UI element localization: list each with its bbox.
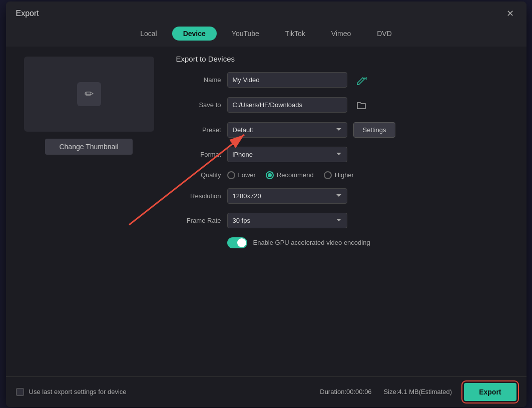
last-settings-label: Use last export settings for device — [29, 388, 127, 395]
tab-device[interactable]: Device — [172, 27, 217, 41]
section-title: Export to Devices — [176, 55, 514, 63]
resolution-row: Resolution 1280x720 1920x1080 3840x2160 … — [176, 188, 514, 204]
resolution-label: Resolution — [176, 192, 221, 200]
quality-lower-radio — [227, 171, 235, 179]
size-info: Size:4.1 MB(Estimated) — [384, 388, 452, 395]
tab-tiktok[interactable]: TikTok — [274, 27, 316, 41]
quality-recommend-label: Recommend — [277, 171, 314, 179]
ai-icon-button[interactable]: AI — [353, 72, 369, 88]
format-select[interactable]: iPhone iPad Android Apple TV — [227, 147, 347, 162]
preset-select[interactable]: Default High Quality Low Quality — [227, 122, 347, 138]
save-to-label: Save to — [176, 101, 221, 109]
svg-text:AI: AI — [364, 77, 367, 80]
footer-left: Use last export settings for device — [16, 388, 127, 396]
quality-higher[interactable]: Higher — [324, 171, 354, 179]
name-label: Name — [176, 76, 221, 84]
left-panel: ✏ Change Thumbnail — [14, 53, 164, 370]
last-settings-checkbox[interactable] — [16, 388, 24, 396]
folder-icon-button[interactable] — [353, 97, 369, 113]
settings-button[interactable]: Settings — [353, 122, 396, 138]
main-content: ✏ Change Thumbnail Export to Devices — [6, 47, 526, 376]
thumbnail-edit-icon: ✏ — [77, 82, 101, 106]
duration-info: Duration:00:00:06 — [320, 388, 371, 395]
footer-right: Duration:00:00:06 Size:4.1 MB(Estimated)… — [320, 383, 516, 401]
name-input[interactable] — [227, 72, 347, 88]
close-button[interactable]: ✕ — [504, 8, 516, 20]
tab-local[interactable]: Local — [129, 27, 168, 41]
quality-options: Lower Recommend Higher — [227, 171, 354, 179]
save-to-row: Save to — [176, 97, 514, 113]
format-row: Format iPhone iPad Android Apple TV — [176, 147, 514, 162]
resolution-select[interactable]: 1280x720 1920x1080 3840x2160 720x480 — [227, 188, 347, 204]
name-row: Name AI — [176, 72, 514, 88]
frame-rate-row: Frame Rate 30 fps 24 fps 60 fps 25 fps — [176, 213, 514, 228]
quality-lower[interactable]: Lower — [227, 171, 256, 179]
folder-icon — [356, 101, 366, 110]
export-button[interactable]: Export — [464, 383, 516, 401]
tab-vimeo[interactable]: Vimeo — [320, 27, 362, 41]
toggle-knob — [237, 238, 246, 247]
quality-lower-label: Lower — [238, 171, 256, 179]
quality-recommend-inner — [268, 173, 272, 177]
tabs-bar: Local Device YouTube TikTok Vimeo DVD — [6, 24, 526, 47]
right-panel: Export to Devices Name AI Save to — [172, 53, 518, 370]
title-bar: Export ✕ — [6, 2, 526, 24]
dialog-title: Export — [16, 9, 39, 18]
gpu-toggle[interactable] — [227, 237, 247, 248]
frame-rate-label: Frame Rate — [176, 217, 221, 224]
quality-recommend-radio — [266, 171, 274, 179]
quality-higher-label: Higher — [335, 171, 354, 179]
frame-rate-select[interactable]: 30 fps 24 fps 60 fps 25 fps — [227, 213, 347, 228]
quality-label: Quality — [176, 171, 221, 179]
thumbnail-box: ✏ — [24, 57, 154, 132]
change-thumbnail-button[interactable]: Change Thumbnail — [45, 139, 132, 155]
quality-recommend[interactable]: Recommend — [266, 171, 314, 179]
tab-youtube[interactable]: YouTube — [221, 27, 270, 41]
gpu-toggle-row: Enable GPU accelerated video encoding — [227, 237, 514, 248]
quality-higher-radio — [324, 171, 332, 179]
footer: Use last export settings for device Dura… — [6, 376, 526, 407]
export-dialog: Export ✕ Local Device YouTube TikTok Vim… — [6, 2, 526, 407]
quality-row: Quality Lower Recommend Higher — [176, 171, 514, 179]
save-to-input[interactable] — [227, 97, 347, 113]
preset-row: Preset Default High Quality Low Quality … — [176, 122, 514, 138]
gpu-label: Enable GPU accelerated video encoding — [253, 239, 370, 246]
preset-label: Preset — [176, 126, 221, 134]
format-label: Format — [176, 151, 221, 158]
tab-dvd[interactable]: DVD — [366, 27, 403, 41]
ai-pencil-icon: AI — [356, 75, 367, 86]
